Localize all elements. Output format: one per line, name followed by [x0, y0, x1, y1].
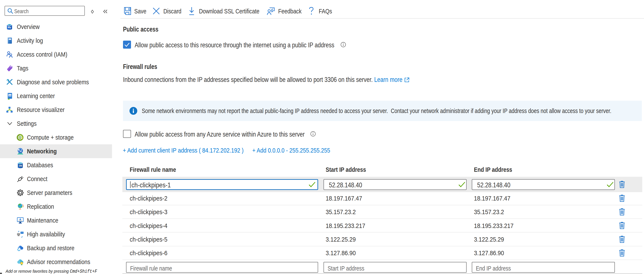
svg-text:DB: DB [19, 164, 22, 167]
svg-text:My: My [8, 26, 11, 29]
svg-text:101: 101 [9, 94, 12, 96]
svg-text:$: $ [20, 136, 21, 139]
